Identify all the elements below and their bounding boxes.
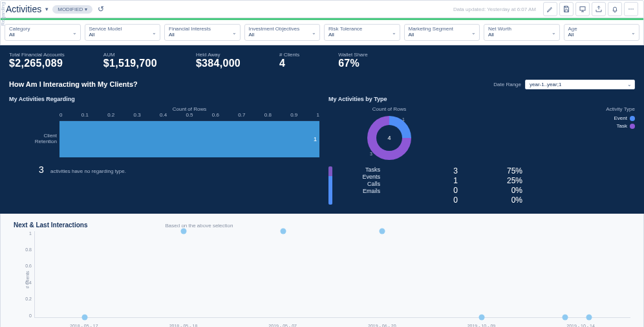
filter-risk-tolerance[interactable]: Risk ToleranceAll⌄ bbox=[324, 24, 400, 41]
undo-icon[interactable]: ↺ bbox=[98, 5, 104, 14]
filter-category[interactable]: CategoryAll⌄ bbox=[5, 24, 81, 41]
table-row-pct: 0% bbox=[464, 186, 522, 195]
chevron-down-icon: ⌄ bbox=[471, 29, 476, 35]
filter-net-worth[interactable]: Net WorthAll⌄ bbox=[484, 24, 560, 41]
kpi-aum: AUM$1,519,700 bbox=[103, 52, 157, 69]
edit-button[interactable] bbox=[543, 2, 557, 16]
data-point[interactable] bbox=[81, 314, 87, 320]
data-point[interactable] bbox=[562, 314, 568, 320]
interactions-chart[interactable]: # Clients 10.80.60.40.20 2018 - 05 - 172… bbox=[34, 231, 630, 327]
footnote-text: activities have no regarding type. bbox=[50, 168, 126, 174]
data-point[interactable] bbox=[586, 314, 592, 320]
table-row-count: 3 bbox=[387, 166, 458, 175]
table-row-pct: 0% bbox=[464, 196, 522, 205]
donut-legend: Activity Type Event Task bbox=[606, 106, 635, 130]
legend-item-event[interactable]: Event bbox=[606, 115, 635, 122]
activities-by-type-panel: My Activities by Type Count of Rows 4 1 … bbox=[328, 96, 635, 205]
chevron-down-icon: ⌄ bbox=[392, 29, 396, 35]
page-title: Activities bbox=[6, 4, 41, 14]
interactions-subtitle: Based on the above selection bbox=[165, 223, 233, 229]
data-point[interactable] bbox=[280, 228, 286, 234]
table-color-strip bbox=[328, 166, 332, 205]
bar-yaxis-label: Regarding bbox=[0, 2, 6, 26]
bar-value-label: 1 bbox=[314, 136, 317, 142]
swatch-icon bbox=[630, 124, 635, 129]
table-row-count: 0 bbox=[387, 186, 458, 195]
filter-investment-objectives[interactable]: Investment ObjectivesAll⌄ bbox=[244, 24, 321, 41]
filter-marketing-segment[interactable]: Marketing SegmentAll⌄ bbox=[404, 24, 480, 41]
present-button[interactable] bbox=[575, 2, 590, 16]
table-row-label: Tasks bbox=[339, 166, 380, 173]
summary-section: Total Financial Accounts$2,265,089 AUM$1… bbox=[0, 45, 644, 214]
interactions-xcats: 2018 - 05 - 172018 - 05 - 182019 - 05 - … bbox=[34, 324, 630, 327]
bar-chart[interactable]: Client Retention 1 bbox=[59, 120, 319, 157]
donut-title: My Activities by Type bbox=[328, 96, 635, 102]
chevron-down-icon: ⌄ bbox=[152, 29, 156, 35]
table-row-pct: 75% bbox=[464, 166, 522, 175]
kpi-wallet-share: Wallet Share67% bbox=[338, 52, 368, 69]
modified-pill-label: MODIFIED bbox=[58, 6, 83, 12]
table-row-count: 1 bbox=[387, 176, 458, 185]
svg-rect-0 bbox=[580, 7, 585, 11]
interactions-plot-area bbox=[34, 231, 630, 318]
data-point[interactable] bbox=[478, 314, 484, 320]
bar-axis-title: Count of Rows bbox=[59, 106, 319, 112]
chevron-down-icon: ⌄ bbox=[631, 29, 636, 35]
table-row-pct: 25% bbox=[464, 176, 522, 185]
modified-pill[interactable]: MODIFIED ▾ bbox=[52, 5, 92, 14]
kpi-clients: # Clients4 bbox=[279, 52, 299, 69]
table-row-count: 0 bbox=[387, 196, 458, 205]
filters-row: CategoryAll⌄ Service ModelAll⌄ Financial… bbox=[0, 20, 644, 45]
bar-xticks: 00.10.20.30.40.50.60.70.80.91 bbox=[59, 112, 319, 118]
donut-axis-title: Count of Rows bbox=[367, 106, 411, 112]
chevron-down-icon: ⌄ bbox=[627, 82, 632, 87]
swatch-icon bbox=[630, 116, 635, 121]
filter-age[interactable]: AgeAll⌄ bbox=[564, 24, 640, 41]
filter-financial-interests[interactable]: Financial InterestsAll⌄ bbox=[164, 24, 241, 41]
chevron-down-icon: ⌄ bbox=[72, 29, 77, 35]
kpi-total-financial-accounts: Total Financial Accounts$2,265,089 bbox=[9, 52, 65, 69]
notifications-button[interactable] bbox=[608, 2, 622, 16]
more-button[interactable] bbox=[624, 2, 638, 16]
interactions-section: Next & Last Interactions Based on the ab… bbox=[0, 214, 644, 327]
activities-regarding-panel: My Activities Regarding Count of Rows 00… bbox=[9, 96, 319, 205]
chevron-down-icon: ▾ bbox=[85, 6, 87, 12]
top-bar: Activities ▾ MODIFIED ▾ ↺ Data updated: … bbox=[0, 0, 644, 18]
chevron-down-icon: ⌄ bbox=[232, 29, 237, 35]
interactions-title: Next & Last Interactions bbox=[14, 221, 87, 229]
legend-title: Activity Type bbox=[606, 106, 635, 112]
data-point[interactable] bbox=[181, 228, 187, 234]
save-button[interactable] bbox=[559, 2, 574, 16]
title-dropdown-caret[interactable]: ▾ bbox=[45, 6, 48, 12]
donut-center-value: 4 bbox=[367, 116, 411, 160]
data-point[interactable] bbox=[380, 228, 385, 234]
filter-service-model[interactable]: Service ModelAll⌄ bbox=[85, 24, 161, 41]
data-updated-text: Data updated: Yesterday at 6:07 AM bbox=[453, 6, 536, 12]
svg-point-3 bbox=[632, 8, 634, 10]
section-question: How Am I Interacting with My Clients? bbox=[9, 80, 138, 88]
bar-title: My Activities Regarding bbox=[9, 96, 319, 102]
bar-footnote: 3 activities have no regarding type. bbox=[9, 164, 319, 175]
chevron-down-icon: ⌄ bbox=[552, 29, 556, 35]
activity-type-table: Tasks Events Calls Emails 3 1 0 0 75% 25… bbox=[328, 166, 635, 205]
share-button[interactable] bbox=[592, 2, 606, 16]
table-row-label: Events bbox=[339, 174, 380, 180]
date-range-label: Date Range bbox=[493, 82, 521, 87]
bar-segment[interactable]: 1 bbox=[59, 121, 319, 157]
interactions-yticks: 10.80.60.40.20 bbox=[23, 231, 32, 318]
bar-category-label: Client Retention bbox=[27, 133, 57, 144]
svg-point-1 bbox=[628, 8, 630, 10]
svg-point-2 bbox=[630, 8, 632, 10]
date-range-select[interactable]: year-1..year;1 ⌄ bbox=[525, 80, 635, 89]
chevron-down-icon: ⌄ bbox=[312, 29, 316, 35]
footnote-number: 3 bbox=[39, 164, 44, 175]
date-range-value: year-1..year;1 bbox=[530, 82, 561, 87]
kpi-row: Total Financial Accounts$2,265,089 AUM$1… bbox=[9, 52, 635, 69]
table-row-label: Emails bbox=[339, 188, 380, 194]
table-row-label: Calls bbox=[339, 181, 380, 187]
legend-item-task[interactable]: Task bbox=[606, 122, 635, 130]
donut-chart[interactable]: 4 1 3 bbox=[367, 116, 411, 160]
kpi-held-away: Held Away$384,000 bbox=[196, 52, 241, 69]
